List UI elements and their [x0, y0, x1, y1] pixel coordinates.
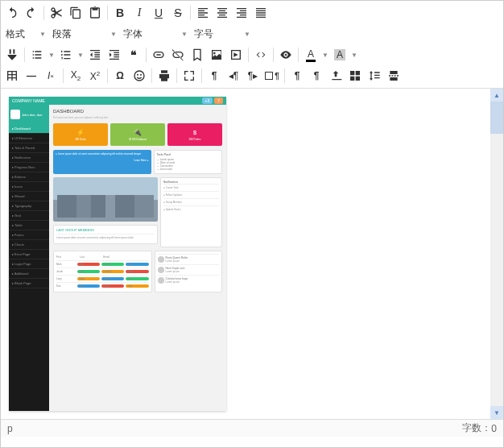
chevron-down-icon[interactable]: ▼ — [76, 46, 85, 64]
media-icon[interactable] — [226, 46, 246, 64]
nav-item: ▸ Error Page — [9, 250, 49, 259]
rtl-icon[interactable]: ¶ — [307, 67, 326, 85]
undo-icon[interactable] — [2, 4, 22, 22]
image-icon[interactable] — [207, 46, 226, 64]
nav-item: ▸ Progress Bars — [9, 163, 49, 172]
scroll-thumb[interactable] — [490, 102, 503, 134]
unordered-list-icon[interactable] — [27, 46, 47, 64]
ordered-list-icon[interactable] — [56, 46, 76, 64]
special-char-icon[interactable]: Ω — [110, 67, 130, 85]
bold-icon[interactable]: B — [110, 4, 130, 22]
fullscreen-icon[interactable] — [180, 67, 199, 85]
line-height-icon[interactable] — [365, 67, 384, 85]
redo-icon[interactable] — [22, 4, 41, 22]
scroll-up-icon[interactable]: ▲ — [490, 89, 503, 102]
nav-item: ▸ Forms — [9, 230, 49, 240]
chevron-down-icon[interactable]: ▼ — [47, 46, 56, 64]
align-right-icon[interactable] — [232, 4, 251, 22]
clear-format-icon[interactable]: I× — [41, 67, 60, 85]
template-image[interactable]: COMPANY NAME+37 John doe, doe ▸ Dashboar… — [9, 97, 226, 411]
text-color-icon[interactable]: A — [301, 46, 320, 64]
find-replace-icon[interactable] — [2, 46, 22, 64]
strikethrough-icon[interactable]: S — [168, 4, 188, 22]
blockquote-icon[interactable]: ❝ — [124, 46, 143, 64]
svg-point-2 — [140, 74, 142, 76]
svg-point-1 — [137, 74, 138, 76]
cut-icon[interactable] — [47, 4, 66, 22]
editor-canvas[interactable]: COMPANY NAME+37 John doe, doe ▸ Dashboar… — [1, 89, 490, 419]
svg-point-0 — [134, 71, 144, 81]
nav-item: ▸ Login Page — [9, 259, 49, 269]
pilcrow-left-icon[interactable]: ◂¶ — [224, 67, 243, 85]
data-table: FirstLastEmail Mark@twmark@view Jacob@fb… — [53, 251, 152, 292]
nav-item: ▸ Grid — [9, 211, 49, 221]
user-name: John doe, doe — [22, 113, 42, 117]
bg-color-icon[interactable]: A — [330, 46, 349, 64]
size-dropdown[interactable]: 字号▼ — [191, 25, 254, 43]
side-panel: Tasks Panel— Lorem ipsum— Dolor sit amet… — [154, 150, 222, 174]
stat-card: ⚡280 Tasks — [53, 123, 108, 146]
notif-panel: Notifications ● Create Task ● Follow Upd… — [160, 177, 222, 247]
nav-item: ▸ Table — [9, 221, 49, 230]
nav-item: ▸ Buttons — [9, 172, 49, 182]
indent-icon[interactable] — [105, 46, 124, 64]
pilcrow-box-icon[interactable]: ¶ — [262, 67, 282, 85]
print-icon[interactable] — [155, 67, 174, 85]
ltr-icon[interactable]: ¶ — [287, 67, 307, 85]
vertical-scrollbar[interactable]: ▲ ▼ — [490, 89, 503, 419]
grid-icon[interactable] — [345, 67, 365, 85]
link-icon[interactable] — [149, 46, 168, 64]
font-dropdown[interactable]: 字体▼ — [120, 25, 191, 43]
hr-icon[interactable]: — — [22, 67, 41, 85]
nav-list: ▸ Dashboard▸ UI Elements▸ Tabs & Panels▸… — [9, 124, 49, 288]
code-icon[interactable] — [251, 46, 271, 64]
font-label: 字体 — [123, 27, 143, 41]
element-path[interactable]: p — [7, 423, 462, 434]
chevron-down-icon[interactable]: ▼ — [349, 46, 359, 64]
paste-icon[interactable] — [85, 4, 105, 22]
page-title: DASHBOARD — [53, 109, 222, 114]
wordcount-value: 0 — [491, 423, 497, 434]
bookmark-icon[interactable] — [188, 46, 207, 64]
format-label: 格式 — [6, 27, 25, 41]
page-break-icon[interactable] — [384, 67, 403, 85]
badge: 7 — [214, 97, 223, 104]
table-icon[interactable] — [2, 67, 22, 85]
info-panel: ● Lorem ipsum dolor sit amet consectetur… — [53, 150, 151, 174]
size-label: 字号 — [194, 27, 213, 41]
emoji-icon[interactable] — [130, 67, 149, 85]
underline-icon[interactable]: U — [149, 4, 168, 22]
preview-icon[interactable] — [276, 46, 295, 64]
nav-item: ▸ Charts — [9, 240, 49, 250]
carousel-image — [53, 177, 158, 222]
subscript-icon[interactable]: X2 — [66, 67, 85, 85]
reviews-panel: Rosie Quartz RobinLorem ipsum Henri Capl… — [155, 251, 222, 292]
avatar — [10, 110, 20, 119]
superscript-icon[interactable]: X2 — [85, 67, 105, 85]
unlink-icon[interactable] — [168, 46, 188, 64]
list-title: LAST GROUP MEMBERS — [56, 228, 155, 232]
nav-item: ▸ Tabs & Panels — [9, 143, 49, 153]
chevron-down-icon[interactable]: ▼ — [320, 46, 330, 64]
align-left-icon[interactable] — [193, 4, 213, 22]
badge: +3 — [202, 97, 213, 104]
nav-item: ▸ Additional — [9, 269, 49, 279]
show-blocks-icon[interactable]: ¶ — [204, 67, 224, 85]
upload-icon[interactable] — [326, 67, 345, 85]
nav-item: ▸ Typography — [9, 201, 49, 211]
nav-item: ▸ Dashboard — [9, 124, 49, 134]
copy-icon[interactable] — [66, 4, 85, 22]
nav-item: ▸ Icons — [9, 182, 49, 192]
stat-card: 🔌40 GB Database — [110, 123, 165, 146]
outdent-icon[interactable] — [85, 46, 105, 64]
align-justify-icon[interactable] — [251, 4, 271, 22]
pilcrow-right-icon[interactable]: ¶▸ — [243, 67, 262, 85]
paragraph-dropdown[interactable]: 段落▼ — [49, 25, 120, 43]
nav-item: ▸ Notification — [9, 153, 49, 163]
italic-icon[interactable]: I — [130, 4, 149, 22]
paragraph-label: 段落 — [52, 27, 72, 41]
nav-item: ▸ Blank Page — [9, 279, 49, 288]
format-dropdown[interactable]: 格式▼ — [2, 25, 49, 43]
align-center-icon[interactable] — [213, 4, 232, 22]
scroll-down-icon[interactable]: ▼ — [490, 406, 503, 419]
